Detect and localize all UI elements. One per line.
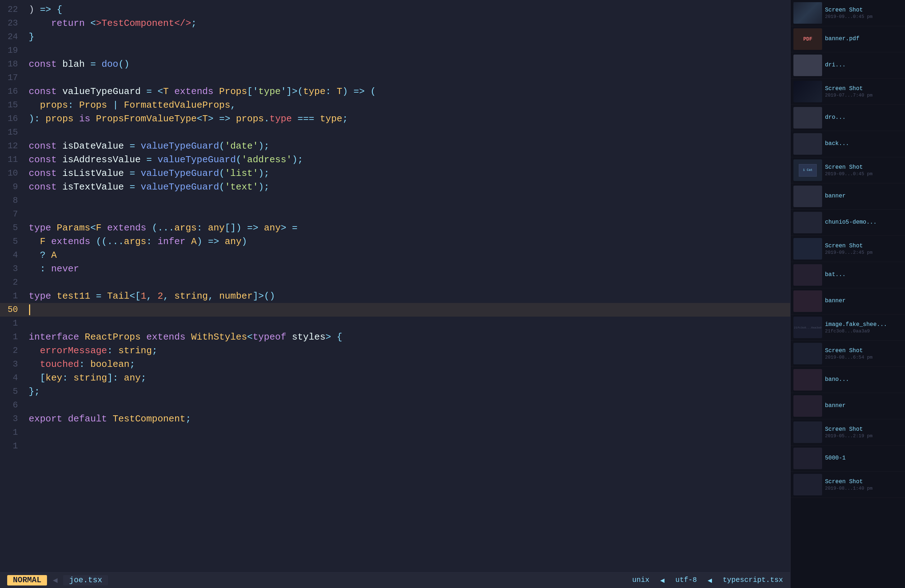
file-thumbnail xyxy=(794,264,822,286)
file-thumbnail xyxy=(794,186,822,207)
line-number: 4 xyxy=(0,371,25,385)
list-item[interactable]: Screen Shot 2019-05...2:19 pm xyxy=(791,419,905,445)
file-thumbnail xyxy=(794,54,822,76)
line-content: ) => { xyxy=(25,3,790,16)
table-row: 1 xyxy=(0,316,790,330)
list-item[interactable]: back... xyxy=(791,131,905,157)
line-content: type Params<F extends (...args: any[]) =… xyxy=(25,221,790,235)
line-content: const isAddressValue = valueTypeGuard('a… xyxy=(25,153,790,167)
table-row: 24 } xyxy=(0,30,790,44)
file-info: banner xyxy=(825,193,902,200)
file-name: Screen Shot xyxy=(825,426,902,432)
table-row: 2 errorMessage: string; xyxy=(0,344,790,358)
line-number: 2 xyxy=(0,276,25,289)
code-editor[interactable]: 22 ) => { 23 return <>TestComponent</>; … xyxy=(0,0,790,588)
status-platform: unix xyxy=(632,576,649,585)
list-item[interactable]: Screen Shot 2019-09...0:45 pm xyxy=(791,0,905,26)
table-row: 4 ? A xyxy=(0,248,790,262)
line-number: 17 xyxy=(0,71,25,85)
file-thumbnail xyxy=(794,395,822,417)
line-number: 1 xyxy=(0,289,25,303)
list-item[interactable]: dri... xyxy=(791,52,905,79)
text-cursor xyxy=(29,304,30,315)
table-row: 15 xyxy=(0,126,790,139)
table-row: 11 const isAddressValue = valueTypeGuard… xyxy=(0,153,790,167)
line-number: 18 xyxy=(0,57,25,71)
line-content: errorMessage: string; xyxy=(25,344,790,358)
line-content: [key: string]: any; xyxy=(25,371,790,385)
file-name: banner.pdf xyxy=(825,35,902,42)
table-row: 1 xyxy=(0,439,790,453)
file-name: back... xyxy=(825,140,902,147)
editor-mode: NORMAL xyxy=(7,575,47,585)
line-number: 5 xyxy=(0,385,25,399)
list-item[interactable]: Screen Shot 2019-09...2:45 pm xyxy=(791,236,905,262)
list-item[interactable]: banner xyxy=(791,393,905,419)
line-number: 15 xyxy=(0,126,25,139)
table-row: 4 [key: string]: any; xyxy=(0,371,790,385)
file-name: dro... xyxy=(825,114,902,121)
list-item[interactable]: 5000-1 xyxy=(791,445,905,472)
list-item[interactable]: Screen Shot 2019-08...6:54 pm xyxy=(791,341,905,367)
line-content: : never xyxy=(25,262,790,276)
list-item[interactable]: banner xyxy=(791,288,905,315)
table-row: 9 const isTextValue = valueTypeGuard('te… xyxy=(0,180,790,194)
table-row: 5 }; xyxy=(0,385,790,399)
line-content: const blah = doo() xyxy=(25,57,790,71)
file-info: Screen Shot 2019-09...0:45 pm xyxy=(825,7,902,19)
file-info: Screen Shot 2019-07...7:40 pm xyxy=(825,86,902,98)
line-number: 9 xyxy=(0,180,25,194)
line-number: 24 xyxy=(0,30,25,44)
line-number: 7 xyxy=(0,208,25,221)
table-row: 23 return <>TestComponent</>; xyxy=(0,16,790,30)
list-item[interactable]: chunio5-demo... xyxy=(791,210,905,236)
list-item[interactable]: dro... xyxy=(791,105,905,131)
list-item[interactable]: banner xyxy=(791,183,905,210)
line-content: F extends ((...args: infer A) => any) xyxy=(25,235,790,248)
file-date: 2019-05...2:19 pm xyxy=(825,433,902,439)
line-content xyxy=(25,303,790,316)
list-item[interactable]: PDF banner.pdf xyxy=(791,26,905,52)
file-thumbnail xyxy=(794,107,822,129)
table-row: 15 props: Props | FormattedValueProps, xyxy=(0,99,790,112)
file-name: Screen Shot xyxy=(825,243,902,249)
line-content: type test11 = Tail<[1, 2, string, number… xyxy=(25,289,790,303)
file-info: Screen Shot 2019-09...2:45 pm xyxy=(825,243,902,255)
line-number: 19 xyxy=(0,44,25,57)
list-item[interactable]: 21fc3o8...0aa3a9 image.fake_shee... 21fc… xyxy=(791,315,905,341)
file-info: dro... xyxy=(825,114,902,121)
file-date: 2019-09...0:45 pm xyxy=(825,171,902,176)
table-row: 3 touched: boolean; xyxy=(0,358,790,371)
file-info: Screen Shot 2019-08...6:54 pm xyxy=(825,348,902,360)
line-number: 16 xyxy=(0,112,25,126)
file-name: Screen Shot xyxy=(825,86,902,92)
file-info: bat... xyxy=(825,272,902,278)
table-row: 10 const isListValue = valueTypeGuard('l… xyxy=(0,167,790,180)
list-item[interactable]: Screen Shot 2019-08...1:40 pm xyxy=(791,472,905,498)
list-item[interactable]: Screen Shot 2019-07...7:40 pm xyxy=(791,79,905,105)
status-divider: ◀ xyxy=(660,576,665,585)
table-row: 22 ) => { xyxy=(0,3,790,16)
table-row: 6 xyxy=(0,399,790,412)
table-row: 1 interface ReactProps extends WithStyle… xyxy=(0,330,790,344)
line-number: 15 xyxy=(0,99,25,112)
line-content: } xyxy=(25,30,790,44)
file-sidebar[interactable]: Screen Shot 2019-09...0:45 pm PDF banner… xyxy=(790,0,905,588)
line-number: 1 xyxy=(0,330,25,344)
file-info: chunio5-demo... xyxy=(825,219,902,226)
list-item[interactable]: bano... xyxy=(791,367,905,393)
file-name: banner xyxy=(825,193,902,199)
line-number: 3 xyxy=(0,262,25,276)
line-number: 16 xyxy=(0,85,25,99)
line-number: 11 xyxy=(0,153,25,167)
line-number: 3 xyxy=(0,412,25,426)
line-content: ): props is PropsFromValueType<T> => pro… xyxy=(25,112,790,126)
table-row: 7 xyxy=(0,208,790,221)
table-row: 19 xyxy=(0,44,790,57)
table-row: 16 ): props is PropsFromValueType<T> => … xyxy=(0,112,790,126)
line-number: 22 xyxy=(0,3,25,16)
line-number: 50 xyxy=(0,303,25,316)
list-item[interactable]: bat... xyxy=(791,262,905,288)
table-row: 1 xyxy=(0,426,790,439)
list-item[interactable]: 1 Cat Screen Shot 2019-09...0:45 pm xyxy=(791,157,905,183)
